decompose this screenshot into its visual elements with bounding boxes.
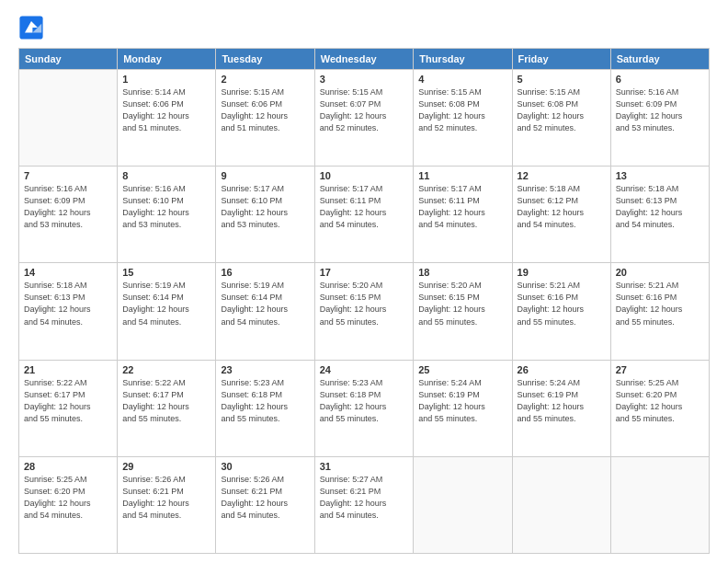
calendar-week-row: 7Sunrise: 5:16 AMSunset: 6:09 PMDaylight… (19, 167, 710, 263)
day-info: Sunrise: 5:27 AMSunset: 6:21 PMDaylight:… (320, 474, 409, 522)
calendar-cell: 15Sunrise: 5:19 AMSunset: 6:14 PMDayligh… (118, 263, 216, 360)
day-number: 10 (320, 170, 409, 181)
day-info: Sunrise: 5:15 AMSunset: 6:08 PMDaylight:… (518, 86, 606, 134)
calendar-cell: 4Sunrise: 5:15 AMSunset: 6:08 PMDaylight… (414, 70, 512, 167)
day-number: 16 (221, 267, 309, 278)
day-number: 1 (122, 74, 210, 85)
calendar-week-row: 1Sunrise: 5:14 AMSunset: 6:06 PMDaylight… (19, 70, 710, 167)
calendar-cell (512, 456, 610, 553)
day-info: Sunrise: 5:17 AMSunset: 6:10 PMDaylight:… (221, 183, 309, 231)
logo-icon (18, 15, 44, 40)
day-number: 20 (616, 267, 704, 278)
day-info: Sunrise: 5:25 AMSunset: 6:20 PMDaylight:… (24, 474, 112, 522)
calendar-cell: 2Sunrise: 5:15 AMSunset: 6:06 PMDaylight… (216, 70, 314, 167)
day-number: 13 (616, 170, 704, 181)
day-info: Sunrise: 5:26 AMSunset: 6:21 PMDaylight:… (221, 474, 309, 522)
day-number: 15 (122, 267, 210, 278)
day-info: Sunrise: 5:19 AMSunset: 6:14 PMDaylight:… (221, 280, 309, 327)
day-info: Sunrise: 5:20 AMSunset: 6:15 PMDaylight:… (320, 280, 409, 327)
day-number: 2 (221, 74, 309, 85)
day-number: 29 (122, 461, 210, 472)
day-info: Sunrise: 5:22 AMSunset: 6:17 PMDaylight:… (122, 377, 210, 425)
calendar-cell: 8Sunrise: 5:16 AMSunset: 6:10 PMDaylight… (118, 167, 216, 263)
weekday-header: Thursday (414, 49, 512, 70)
day-number: 21 (24, 364, 112, 375)
day-info: Sunrise: 5:18 AMSunset: 6:13 PMDaylight:… (24, 280, 112, 327)
calendar-cell: 1Sunrise: 5:14 AMSunset: 6:06 PMDaylight… (118, 70, 216, 167)
calendar-cell: 17Sunrise: 5:20 AMSunset: 6:15 PMDayligh… (314, 263, 414, 360)
day-number: 3 (320, 74, 409, 85)
calendar-cell: 27Sunrise: 5:25 AMSunset: 6:20 PMDayligh… (610, 360, 709, 456)
calendar-cell: 5Sunrise: 5:15 AMSunset: 6:08 PMDaylight… (512, 70, 610, 167)
weekday-header: Friday (512, 49, 610, 70)
day-info: Sunrise: 5:14 AMSunset: 6:06 PMDaylight:… (122, 86, 210, 134)
day-number: 27 (616, 364, 704, 375)
day-info: Sunrise: 5:24 AMSunset: 6:19 PMDaylight:… (418, 377, 506, 425)
calendar-cell: 9Sunrise: 5:17 AMSunset: 6:10 PMDaylight… (216, 167, 314, 263)
day-number: 12 (518, 170, 606, 181)
calendar-cell: 13Sunrise: 5:18 AMSunset: 6:13 PMDayligh… (610, 167, 709, 263)
day-number: 9 (221, 170, 309, 181)
day-number: 30 (221, 461, 309, 472)
day-number: 31 (320, 461, 409, 472)
day-info: Sunrise: 5:23 AMSunset: 6:18 PMDaylight:… (320, 377, 409, 425)
day-info: Sunrise: 5:21 AMSunset: 6:16 PMDaylight:… (518, 280, 606, 327)
day-number: 19 (518, 267, 606, 278)
calendar-cell: 6Sunrise: 5:16 AMSunset: 6:09 PMDaylight… (610, 70, 709, 167)
day-info: Sunrise: 5:18 AMSunset: 6:13 PMDaylight:… (616, 183, 704, 231)
calendar-cell: 29Sunrise: 5:26 AMSunset: 6:21 PMDayligh… (118, 456, 216, 553)
day-info: Sunrise: 5:25 AMSunset: 6:20 PMDaylight:… (616, 377, 704, 425)
calendar-cell: 7Sunrise: 5:16 AMSunset: 6:09 PMDaylight… (19, 167, 118, 263)
calendar-cell: 24Sunrise: 5:23 AMSunset: 6:18 PMDayligh… (314, 360, 414, 456)
day-number: 22 (122, 364, 210, 375)
day-info: Sunrise: 5:19 AMSunset: 6:14 PMDaylight:… (122, 280, 210, 327)
day-info: Sunrise: 5:16 AMSunset: 6:09 PMDaylight:… (24, 183, 112, 231)
day-info: Sunrise: 5:22 AMSunset: 6:17 PMDaylight:… (24, 377, 112, 425)
day-number: 14 (24, 267, 112, 278)
calendar-week-row: 14Sunrise: 5:18 AMSunset: 6:13 PMDayligh… (19, 263, 710, 360)
weekday-header: Monday (118, 49, 216, 70)
day-number: 17 (320, 267, 409, 278)
calendar-cell: 10Sunrise: 5:17 AMSunset: 6:11 PMDayligh… (314, 167, 414, 263)
day-info: Sunrise: 5:18 AMSunset: 6:12 PMDaylight:… (518, 183, 606, 231)
calendar-cell: 21Sunrise: 5:22 AMSunset: 6:17 PMDayligh… (19, 360, 118, 456)
calendar-cell: 31Sunrise: 5:27 AMSunset: 6:21 PMDayligh… (314, 456, 414, 553)
calendar-cell: 12Sunrise: 5:18 AMSunset: 6:12 PMDayligh… (512, 167, 610, 263)
header (18, 15, 710, 40)
page: SundayMondayTuesdayWednesdayThursdayFrid… (0, 0, 728, 563)
calendar-cell: 18Sunrise: 5:20 AMSunset: 6:15 PMDayligh… (414, 263, 512, 360)
weekday-header: Wednesday (314, 49, 414, 70)
day-number: 8 (122, 170, 210, 181)
day-number: 25 (418, 364, 506, 375)
day-number: 4 (418, 74, 506, 85)
day-number: 7 (24, 170, 112, 181)
calendar-cell (610, 456, 709, 553)
day-number: 18 (418, 267, 506, 278)
calendar-cell: 22Sunrise: 5:22 AMSunset: 6:17 PMDayligh… (118, 360, 216, 456)
day-number: 11 (418, 170, 506, 181)
day-info: Sunrise: 5:17 AMSunset: 6:11 PMDaylight:… (320, 183, 409, 231)
logo (18, 15, 46, 40)
calendar-week-row: 21Sunrise: 5:22 AMSunset: 6:17 PMDayligh… (19, 360, 710, 456)
calendar-cell (19, 70, 118, 167)
day-info: Sunrise: 5:16 AMSunset: 6:09 PMDaylight:… (616, 86, 704, 134)
day-number: 6 (616, 74, 704, 85)
day-info: Sunrise: 5:21 AMSunset: 6:16 PMDaylight:… (616, 280, 704, 327)
calendar-cell: 20Sunrise: 5:21 AMSunset: 6:16 PMDayligh… (610, 263, 709, 360)
weekday-header-row: SundayMondayTuesdayWednesdayThursdayFrid… (19, 49, 710, 70)
day-info: Sunrise: 5:15 AMSunset: 6:07 PMDaylight:… (320, 86, 409, 134)
calendar-cell: 30Sunrise: 5:26 AMSunset: 6:21 PMDayligh… (216, 456, 314, 553)
day-info: Sunrise: 5:26 AMSunset: 6:21 PMDaylight:… (122, 474, 210, 522)
day-number: 5 (518, 74, 606, 85)
calendar-cell: 28Sunrise: 5:25 AMSunset: 6:20 PMDayligh… (19, 456, 118, 553)
day-number: 26 (518, 364, 606, 375)
calendar-cell: 14Sunrise: 5:18 AMSunset: 6:13 PMDayligh… (19, 263, 118, 360)
calendar-table: SundayMondayTuesdayWednesdayThursdayFrid… (18, 48, 710, 554)
calendar-cell: 16Sunrise: 5:19 AMSunset: 6:14 PMDayligh… (216, 263, 314, 360)
day-info: Sunrise: 5:23 AMSunset: 6:18 PMDaylight:… (221, 377, 309, 425)
day-info: Sunrise: 5:17 AMSunset: 6:11 PMDaylight:… (418, 183, 506, 231)
calendar-week-row: 28Sunrise: 5:25 AMSunset: 6:20 PMDayligh… (19, 456, 710, 553)
day-info: Sunrise: 5:15 AMSunset: 6:06 PMDaylight:… (221, 86, 309, 134)
calendar-cell: 26Sunrise: 5:24 AMSunset: 6:19 PMDayligh… (512, 360, 610, 456)
calendar-cell: 23Sunrise: 5:23 AMSunset: 6:18 PMDayligh… (216, 360, 314, 456)
